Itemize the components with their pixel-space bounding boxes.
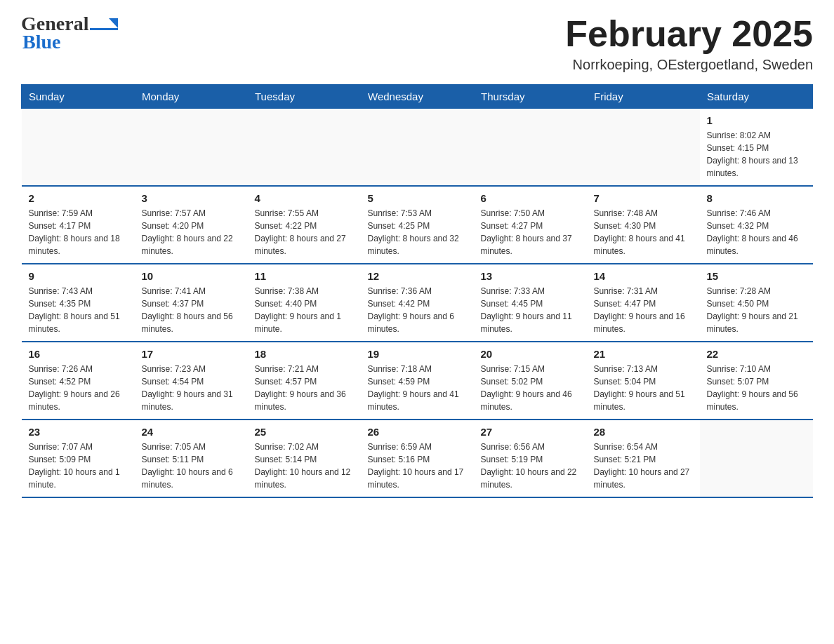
day-number: 3 bbox=[142, 192, 241, 204]
calendar-cell: 14Sunrise: 7:31 AMSunset: 4:47 PMDayligh… bbox=[587, 264, 700, 342]
day-number: 23 bbox=[29, 426, 128, 438]
week-row-2: 2Sunrise: 7:59 AMSunset: 4:17 PMDaylight… bbox=[22, 186, 813, 264]
day-number: 18 bbox=[255, 348, 354, 360]
calendar-cell: 12Sunrise: 7:36 AMSunset: 4:42 PMDayligh… bbox=[361, 264, 474, 342]
calendar-cell bbox=[361, 109, 474, 187]
calendar-header: SundayMondayTuesdayWednesdayThursdayFrid… bbox=[22, 85, 813, 109]
day-info: Sunrise: 7:41 AMSunset: 4:37 PMDaylight:… bbox=[142, 285, 241, 335]
day-number: 15 bbox=[707, 270, 806, 282]
calendar-cell: 2Sunrise: 7:59 AMSunset: 4:17 PMDaylight… bbox=[22, 186, 135, 264]
calendar-cell bbox=[587, 109, 700, 187]
title-block: February 2025 Norrkoeping, OEstergoetlan… bbox=[565, 14, 813, 73]
day-number: 21 bbox=[594, 348, 693, 360]
day-info: Sunrise: 7:10 AMSunset: 5:07 PMDaylight:… bbox=[707, 363, 806, 413]
day-number: 25 bbox=[255, 426, 354, 438]
day-info: Sunrise: 7:28 AMSunset: 4:50 PMDaylight:… bbox=[707, 285, 806, 335]
day-info: Sunrise: 7:53 AMSunset: 4:25 PMDaylight:… bbox=[368, 207, 467, 257]
week-row-1: 1Sunrise: 8:02 AMSunset: 4:15 PMDaylight… bbox=[22, 109, 813, 187]
day-info: Sunrise: 7:36 AMSunset: 4:42 PMDaylight:… bbox=[368, 285, 467, 335]
calendar-cell: 9Sunrise: 7:43 AMSunset: 4:35 PMDaylight… bbox=[22, 264, 135, 342]
calendar-cell: 6Sunrise: 7:50 AMSunset: 4:27 PMDaylight… bbox=[474, 186, 587, 264]
day-info: Sunrise: 6:54 AMSunset: 5:21 PMDaylight:… bbox=[594, 441, 693, 491]
calendar-cell: 7Sunrise: 7:48 AMSunset: 4:30 PMDaylight… bbox=[587, 186, 700, 264]
week-row-5: 23Sunrise: 7:07 AMSunset: 5:09 PMDayligh… bbox=[22, 420, 813, 497]
day-number: 1 bbox=[707, 114, 806, 126]
day-number: 10 bbox=[142, 270, 241, 282]
calendar-cell: 5Sunrise: 7:53 AMSunset: 4:25 PMDaylight… bbox=[361, 186, 474, 264]
day-header-sunday: Sunday bbox=[22, 85, 135, 109]
day-header-saturday: Saturday bbox=[700, 85, 813, 109]
day-info: Sunrise: 7:43 AMSunset: 4:35 PMDaylight:… bbox=[29, 285, 128, 335]
calendar-cell: 13Sunrise: 7:33 AMSunset: 4:45 PMDayligh… bbox=[474, 264, 587, 342]
day-header-wednesday: Wednesday bbox=[361, 85, 474, 109]
day-info: Sunrise: 7:23 AMSunset: 4:54 PMDaylight:… bbox=[142, 363, 241, 413]
day-info: Sunrise: 7:13 AMSunset: 5:04 PMDaylight:… bbox=[594, 363, 693, 413]
calendar-cell bbox=[474, 109, 587, 187]
calendar-cell: 8Sunrise: 7:46 AMSunset: 4:32 PMDaylight… bbox=[700, 186, 813, 264]
day-info: Sunrise: 7:59 AMSunset: 4:17 PMDaylight:… bbox=[29, 207, 128, 257]
calendar-cell bbox=[22, 109, 135, 187]
logo-flag-icon bbox=[90, 18, 118, 30]
day-info: Sunrise: 7:02 AMSunset: 5:14 PMDaylight:… bbox=[255, 441, 354, 491]
calendar-cell: 15Sunrise: 7:28 AMSunset: 4:50 PMDayligh… bbox=[700, 264, 813, 342]
day-info: Sunrise: 7:21 AMSunset: 4:57 PMDaylight:… bbox=[255, 363, 354, 413]
logo-blue-text: Blue bbox=[22, 32, 118, 52]
day-info: Sunrise: 7:31 AMSunset: 4:47 PMDaylight:… bbox=[594, 285, 693, 335]
day-number: 16 bbox=[29, 348, 128, 360]
day-number: 4 bbox=[255, 192, 354, 204]
day-number: 26 bbox=[368, 426, 467, 438]
day-info: Sunrise: 7:26 AMSunset: 4:52 PMDaylight:… bbox=[29, 363, 128, 413]
day-number: 9 bbox=[29, 270, 128, 282]
calendar-cell: 21Sunrise: 7:13 AMSunset: 5:04 PMDayligh… bbox=[587, 342, 700, 420]
day-info: Sunrise: 7:38 AMSunset: 4:40 PMDaylight:… bbox=[255, 285, 354, 335]
day-info: Sunrise: 7:50 AMSunset: 4:27 PMDaylight:… bbox=[481, 207, 580, 257]
day-header-tuesday: Tuesday bbox=[248, 85, 361, 109]
day-info: Sunrise: 6:59 AMSunset: 5:16 PMDaylight:… bbox=[368, 441, 467, 491]
calendar-cell: 10Sunrise: 7:41 AMSunset: 4:37 PMDayligh… bbox=[135, 264, 248, 342]
calendar-cell: 4Sunrise: 7:55 AMSunset: 4:22 PMDaylight… bbox=[248, 186, 361, 264]
day-number: 20 bbox=[481, 348, 580, 360]
day-number: 11 bbox=[255, 270, 354, 282]
calendar-cell: 26Sunrise: 6:59 AMSunset: 5:16 PMDayligh… bbox=[361, 420, 474, 497]
calendar-cell: 16Sunrise: 7:26 AMSunset: 4:52 PMDayligh… bbox=[22, 342, 135, 420]
day-number: 28 bbox=[594, 426, 693, 438]
calendar-cell bbox=[135, 109, 248, 187]
day-number: 5 bbox=[368, 192, 467, 204]
calendar-cell: 23Sunrise: 7:07 AMSunset: 5:09 PMDayligh… bbox=[22, 420, 135, 497]
page-header: General Blue February 2025 Norrkoeping, … bbox=[21, 14, 813, 73]
calendar-cell: 18Sunrise: 7:21 AMSunset: 4:57 PMDayligh… bbox=[248, 342, 361, 420]
day-info: Sunrise: 7:07 AMSunset: 5:09 PMDaylight:… bbox=[29, 441, 128, 491]
day-number: 14 bbox=[594, 270, 693, 282]
calendar-body: 1Sunrise: 8:02 AMSunset: 4:15 PMDaylight… bbox=[22, 109, 813, 498]
day-number: 7 bbox=[594, 192, 693, 204]
calendar-cell: 24Sunrise: 7:05 AMSunset: 5:11 PMDayligh… bbox=[135, 420, 248, 497]
calendar-cell bbox=[248, 109, 361, 187]
day-number: 19 bbox=[368, 348, 467, 360]
calendar-cell: 1Sunrise: 8:02 AMSunset: 4:15 PMDaylight… bbox=[700, 109, 813, 187]
calendar-cell: 11Sunrise: 7:38 AMSunset: 4:40 PMDayligh… bbox=[248, 264, 361, 342]
calendar-cell: 28Sunrise: 6:54 AMSunset: 5:21 PMDayligh… bbox=[587, 420, 700, 497]
calendar-cell: 25Sunrise: 7:02 AMSunset: 5:14 PMDayligh… bbox=[248, 420, 361, 497]
week-row-4: 16Sunrise: 7:26 AMSunset: 4:52 PMDayligh… bbox=[22, 342, 813, 420]
week-row-3: 9Sunrise: 7:43 AMSunset: 4:35 PMDaylight… bbox=[22, 264, 813, 342]
day-header-thursday: Thursday bbox=[474, 85, 587, 109]
location-subtitle: Norrkoeping, OEstergoetland, Sweden bbox=[565, 57, 813, 73]
day-number: 24 bbox=[142, 426, 241, 438]
calendar-cell: 22Sunrise: 7:10 AMSunset: 5:07 PMDayligh… bbox=[700, 342, 813, 420]
day-info: Sunrise: 7:33 AMSunset: 4:45 PMDaylight:… bbox=[481, 285, 580, 335]
day-header-friday: Friday bbox=[587, 85, 700, 109]
day-header-row: SundayMondayTuesdayWednesdayThursdayFrid… bbox=[22, 85, 813, 109]
calendar-cell: 17Sunrise: 7:23 AMSunset: 4:54 PMDayligh… bbox=[135, 342, 248, 420]
day-info: Sunrise: 7:46 AMSunset: 4:32 PMDaylight:… bbox=[707, 207, 806, 257]
day-info: Sunrise: 7:48 AMSunset: 4:30 PMDaylight:… bbox=[594, 207, 693, 257]
day-number: 22 bbox=[707, 348, 806, 360]
day-number: 13 bbox=[481, 270, 580, 282]
day-info: Sunrise: 7:57 AMSunset: 4:20 PMDaylight:… bbox=[142, 207, 241, 257]
calendar-cell: 27Sunrise: 6:56 AMSunset: 5:19 PMDayligh… bbox=[474, 420, 587, 497]
day-number: 8 bbox=[707, 192, 806, 204]
day-info: Sunrise: 7:05 AMSunset: 5:11 PMDaylight:… bbox=[142, 441, 241, 491]
day-info: Sunrise: 7:15 AMSunset: 5:02 PMDaylight:… bbox=[481, 363, 580, 413]
day-info: Sunrise: 6:56 AMSunset: 5:19 PMDaylight:… bbox=[481, 441, 580, 491]
calendar-table: SundayMondayTuesdayWednesdayThursdayFrid… bbox=[21, 84, 813, 498]
day-number: 17 bbox=[142, 348, 241, 360]
